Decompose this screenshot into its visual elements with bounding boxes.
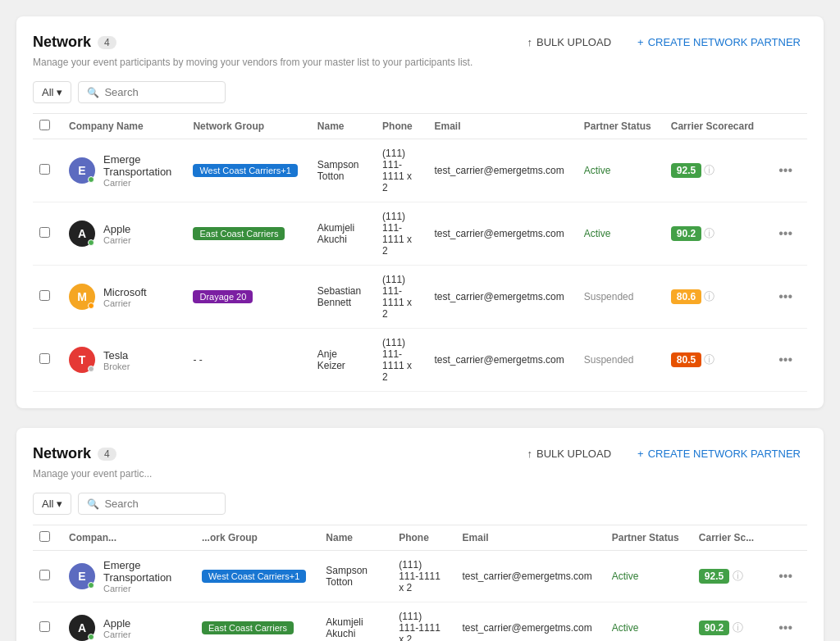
row-checkbox[interactable]: [39, 621, 50, 632]
network-group-cell: West Coast Carriers+1: [183, 139, 307, 202]
table-row: E Emerge Transportation Carrier West Coa…: [33, 551, 807, 602]
email-cell: test_carrier@emergetms.com: [425, 266, 574, 329]
panel-subtitle: Manage your event participants by moving…: [33, 57, 807, 68]
network-table-2: Compan... ...ork Group Name Phone Email …: [33, 525, 807, 641]
table-header: Company Name Network Group Name Phone Em…: [33, 114, 807, 139]
score-badge: 92.5: [699, 569, 729, 584]
scorecard-cell: 90.2 ⓘ: [689, 602, 764, 642]
network-group-cell: East Coast Carriers: [192, 602, 316, 642]
col-scorecard-2: Carrier Sc...: [689, 525, 764, 551]
name-cell: Sampson Totton: [308, 139, 372, 202]
create-partner-button[interactable]: + CREATE NETWORK PARTNER: [631, 33, 807, 52]
filter-dropdown[interactable]: All ▾: [33, 81, 71, 103]
score-info-icon[interactable]: ⓘ: [704, 227, 714, 239]
select-all-checkbox-2[interactable]: [39, 531, 50, 542]
company-info: Apple Carrier: [103, 617, 131, 639]
company-info: Emerge Transportation Carrier: [103, 559, 182, 593]
panel-actions: ↑ BULK UPLOAD + CREATE NETWORK PARTNER: [521, 33, 808, 52]
avatar: M: [69, 284, 95, 310]
score-info-icon[interactable]: ⓘ: [704, 164, 714, 176]
status-cell: Active: [574, 202, 661, 266]
network-table: Company Name Network Group Name Phone Em…: [33, 113, 807, 392]
row-checkbox[interactable]: [39, 570, 50, 580]
more-actions-button[interactable]: •••: [774, 619, 797, 637]
filter-dropdown-2[interactable]: All ▾: [33, 493, 71, 515]
col-scorecard: Carrier Scorecard: [661, 114, 764, 139]
more-actions-button[interactable]: •••: [774, 161, 797, 180]
search-input[interactable]: [104, 86, 217, 98]
company-info: Tesla Broker: [103, 349, 130, 371]
phone-cell: (111) 111-1111 x 2: [389, 551, 452, 602]
company-type: Broker: [103, 361, 130, 371]
company-name: Microsoft: [103, 286, 147, 298]
avatar: A: [69, 220, 95, 247]
toolbar: All ▾ 🔍: [33, 81, 807, 103]
upload-icon-2: ↑: [527, 448, 533, 460]
row-checkbox[interactable]: [39, 227, 50, 238]
score-info-icon[interactable]: ⓘ: [733, 570, 743, 582]
col-status: Partner Status: [574, 114, 661, 139]
phone-cell: (111) 111-1111 x 2: [372, 202, 424, 266]
scorecard-cell: 80.6 ⓘ: [661, 266, 764, 329]
network-tag: Drayage 20: [193, 290, 253, 303]
row-checkbox[interactable]: [39, 353, 50, 364]
table-row: E Emerge Transportation Carrier West Coa…: [33, 139, 807, 202]
row-checkbox[interactable]: [39, 164, 50, 175]
table-row: T Tesla Broker - - Anje Keizer (111) 111…: [33, 329, 807, 392]
scorecard-cell: 90.2 ⓘ: [661, 202, 764, 266]
avatar: T: [69, 347, 95, 373]
table-row: A Apple Carrier East Coast Carriers Akum…: [33, 602, 807, 642]
col-name-2: Name: [316, 525, 389, 551]
search-input-2[interactable]: [104, 498, 217, 510]
bulk-upload-button-2[interactable]: ↑ BULK UPLOAD: [521, 444, 619, 463]
count-badge-2: 4: [98, 448, 116, 461]
company-cell: T Tesla Broker: [69, 347, 173, 373]
plus-icon: +: [637, 36, 644, 48]
score-badge: 90.2: [671, 226, 701, 241]
create-partner-button-2[interactable]: + CREATE NETWORK PARTNER: [631, 444, 807, 463]
network-panel-2: Network 4 ↑ BULK UPLOAD + CREATE NETWORK…: [16, 428, 824, 641]
name-cell: Sebastian Bennett: [308, 266, 372, 329]
row-checkbox[interactable]: [39, 290, 50, 301]
select-all-checkbox[interactable]: [39, 120, 50, 130]
title-group: Network 4: [33, 34, 116, 51]
col-company-2: Compan...: [59, 525, 192, 551]
company-name: Tesla: [103, 349, 130, 361]
score-badge: 92.5: [671, 163, 701, 178]
search-box-2: 🔍: [78, 493, 226, 515]
email-cell: test_carrier@emergetms.com: [425, 329, 574, 392]
score-info-icon[interactable]: ⓘ: [733, 621, 743, 634]
status-dot: [88, 239, 94, 246]
col-network-group-2: ...ork Group: [192, 525, 316, 551]
more-actions-button[interactable]: •••: [774, 351, 797, 369]
status-dot: [88, 582, 94, 589]
company-cell: E Emerge Transportation Carrier: [69, 153, 173, 188]
name-cell: Anje Keizer: [308, 329, 372, 392]
col-company: Company Name: [59, 114, 183, 139]
more-actions-button[interactable]: •••: [774, 567, 797, 585]
more-actions-button[interactable]: •••: [774, 225, 797, 243]
col-phone-2: Phone: [389, 525, 452, 551]
col-email: Email: [425, 114, 574, 139]
status-dot: [88, 176, 94, 183]
status-cell: Active: [602, 602, 689, 642]
more-actions-button[interactable]: •••: [774, 288, 797, 306]
score-info-icon[interactable]: ⓘ: [704, 290, 714, 302]
company-info: Apple Carrier: [103, 223, 131, 245]
company-name: Emerge Transportation: [103, 559, 182, 584]
status-cell: Suspended: [574, 329, 661, 392]
name-cell: Sampson Totton: [316, 551, 389, 602]
avatar: E: [69, 563, 95, 589]
table-body-2: E Emerge Transportation Carrier West Coa…: [33, 551, 807, 642]
score-badge: 80.5: [671, 352, 701, 367]
table-row: A Apple Carrier East Coast Carriers Akum…: [33, 202, 807, 266]
col-email-2: Email: [453, 525, 602, 551]
score-badge: 90.2: [699, 621, 729, 635]
panel-title-2: Network: [33, 445, 91, 462]
name-cell: Akumjeli Akuchi: [308, 202, 372, 266]
status-cell: Active: [602, 551, 689, 602]
score-info-icon[interactable]: ⓘ: [704, 353, 714, 366]
bulk-upload-button[interactable]: ↑ BULK UPLOAD: [521, 33, 619, 52]
col-network-group: Network Group: [183, 114, 307, 139]
network-group-cell: West Coast Carriers+1: [192, 551, 316, 602]
